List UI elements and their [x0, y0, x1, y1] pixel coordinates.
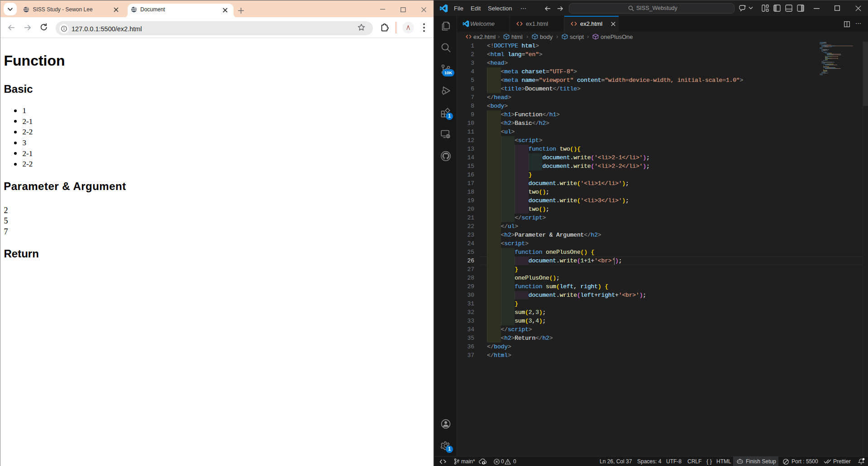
- svg-text:*: *: [457, 461, 458, 465]
